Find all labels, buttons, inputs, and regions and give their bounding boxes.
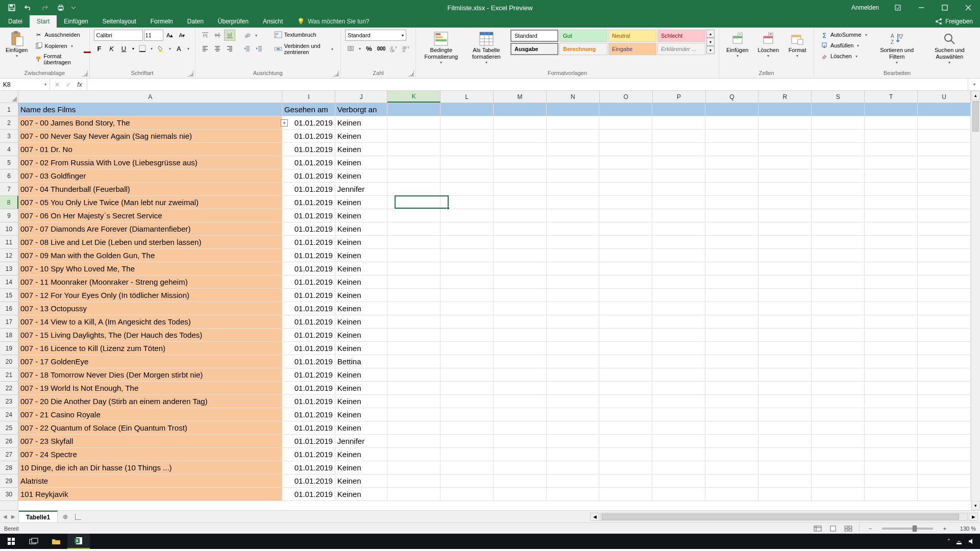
cell-Q16[interactable]: [705, 302, 758, 315]
cell-U15[interactable]: [918, 289, 971, 302]
cell-U26[interactable]: [918, 435, 971, 448]
tab-insert[interactable]: Einfügen: [57, 15, 95, 28]
cell-N8[interactable]: [547, 196, 600, 209]
cell-I17[interactable]: 01.01.2019: [282, 315, 335, 329]
sheet-nav-next[interactable]: ▶: [11, 514, 15, 519]
cell-I7[interactable]: 01.01.2019: [282, 183, 335, 196]
cell-U7[interactable]: [918, 183, 971, 196]
autosum-button[interactable]: ∑AutoSumme▾: [818, 30, 871, 40]
cell-R28[interactable]: [758, 461, 812, 474]
cell-M11[interactable]: [494, 236, 547, 249]
cell-U14[interactable]: [918, 276, 971, 289]
row-header-8[interactable]: 8: [0, 196, 18, 209]
cell-R3[interactable]: [758, 130, 812, 143]
cell-I20[interactable]: 01.01.2019: [282, 355, 335, 368]
cell-L15[interactable]: [440, 289, 494, 302]
cell-R21[interactable]: [758, 368, 812, 382]
cell-I5[interactable]: 01.01.2019: [282, 156, 335, 169]
cell-N30[interactable]: [547, 488, 600, 501]
cell-L11[interactable]: [440, 236, 494, 249]
cell-A11[interactable]: 007 - 08 Live and Let Die (Leben und ste…: [18, 236, 282, 249]
clipboard-dialog-launcher[interactable]: [82, 70, 88, 77]
copy-button[interactable]: Kopieren▾: [33, 41, 85, 51]
cell-I12[interactable]: 01.01.2019: [282, 249, 335, 262]
cell-L22[interactable]: [440, 382, 494, 395]
normal-view-button[interactable]: [811, 524, 824, 533]
row-header-11[interactable]: 11: [0, 236, 18, 249]
cell-S9[interactable]: [812, 209, 865, 222]
cell-M27[interactable]: [494, 448, 547, 461]
add-sheet-button[interactable]: ⊕: [58, 511, 73, 522]
column-header-R[interactable]: R: [758, 91, 812, 103]
cell-P19[interactable]: [652, 342, 705, 355]
cell-U10[interactable]: [918, 222, 971, 236]
cell-Q17[interactable]: [705, 315, 758, 329]
cell-T4[interactable]: [865, 143, 918, 156]
font-dialog-launcher[interactable]: [187, 70, 193, 77]
cell-U3[interactable]: [918, 130, 971, 143]
cell-S23[interactable]: [812, 395, 865, 408]
cell-R6[interactable]: [758, 169, 812, 183]
cell-Q12[interactable]: [705, 249, 758, 262]
cell-K17[interactable]: [387, 315, 440, 329]
cell-K26[interactable]: [387, 435, 440, 448]
cell-M7[interactable]: [494, 183, 547, 196]
row-header-15[interactable]: 15: [0, 289, 18, 302]
column-header-P[interactable]: P: [653, 91, 706, 103]
cell-S5[interactable]: [812, 156, 865, 169]
header-cell-J[interactable]: Verborgt an: [335, 103, 387, 116]
cellstyle-erklar[interactable]: Erklärender ...: [657, 43, 705, 55]
cell-M5[interactable]: [494, 156, 547, 169]
cell-I22[interactable]: 01.01.2019: [282, 382, 335, 395]
cell-L19[interactable]: [440, 342, 494, 355]
cell-R17[interactable]: [758, 315, 812, 329]
cell-A5[interactable]: 007 - 02 From Russia With Love (Liebesgr…: [18, 156, 282, 169]
cell-O19[interactable]: [599, 342, 652, 355]
cell-P24[interactable]: [652, 408, 705, 421]
cell-S3[interactable]: [812, 130, 865, 143]
zoom-in-button[interactable]: +: [938, 524, 951, 533]
hscroll-left[interactable]: ◀: [590, 513, 599, 521]
cell-P25[interactable]: [652, 421, 705, 435]
cell-J24[interactable]: Keinen: [335, 408, 387, 421]
cell-R23[interactable]: [758, 395, 812, 408]
name-box[interactable]: K8▾: [0, 79, 50, 90]
cell-Q15[interactable]: [705, 289, 758, 302]
ribbon-options-icon[interactable]: [886, 0, 910, 15]
header-cell-R[interactable]: [758, 103, 812, 116]
cell-I6[interactable]: 01.01.2019: [282, 169, 335, 183]
cell-T6[interactable]: [865, 169, 918, 183]
cell-O15[interactable]: [599, 289, 652, 302]
column-header-A[interactable]: A: [18, 91, 282, 103]
cell-J20[interactable]: Bettina: [335, 355, 387, 368]
cell-A6[interactable]: 007 - 03 Goldfinger: [18, 169, 282, 183]
fill-color-button[interactable]: [155, 43, 166, 54]
cell-P9[interactable]: [652, 209, 705, 222]
cell-J29[interactable]: Keinen: [335, 474, 387, 488]
cell-K4[interactable]: [387, 143, 440, 156]
cell-L28[interactable]: [440, 461, 494, 474]
maximize-button[interactable]: [933, 0, 957, 15]
cell-M18[interactable]: [494, 329, 547, 342]
cell-A23[interactable]: 007 - 20 Die Another Day (Stirb an einem…: [18, 395, 282, 408]
cell-O14[interactable]: [599, 276, 652, 289]
cell-U12[interactable]: [918, 249, 971, 262]
cell-R13[interactable]: [758, 262, 812, 276]
cellstyle-berechnung[interactable]: Berechnung: [559, 43, 607, 55]
column-header-L[interactable]: L: [440, 91, 494, 103]
redo-icon[interactable]: [37, 1, 52, 14]
cell-P27[interactable]: [652, 448, 705, 461]
column-header-U[interactable]: U: [918, 91, 971, 103]
cell-U16[interactable]: [918, 302, 971, 315]
cell-N7[interactable]: [547, 183, 600, 196]
cell-N11[interactable]: [547, 236, 600, 249]
cell-N9[interactable]: [547, 209, 600, 222]
cell-O20[interactable]: [599, 355, 652, 368]
cell-M8[interactable]: [494, 196, 547, 209]
cell-J13[interactable]: Keinen: [335, 262, 387, 276]
cell-I21[interactable]: 01.01.2019: [282, 368, 335, 382]
cell-A9[interactable]: 007 - 06 On Her Majesty`s Secret Service: [18, 209, 282, 222]
start-button[interactable]: [0, 534, 22, 549]
quickprint-icon[interactable]: [53, 1, 68, 14]
cellstyle-ausgabe[interactable]: Ausgabe: [510, 43, 558, 55]
